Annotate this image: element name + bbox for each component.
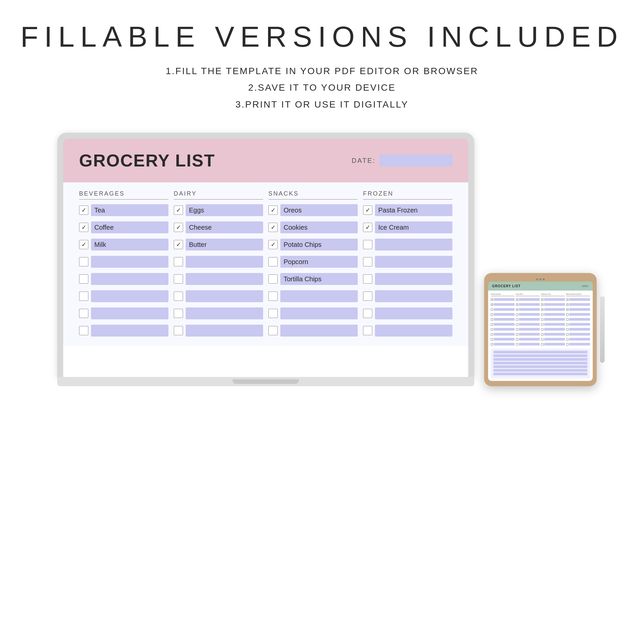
tablet-field xyxy=(494,343,515,345)
checkbox[interactable]: ✓ xyxy=(79,240,88,249)
checkbox[interactable]: ✓ xyxy=(363,223,372,232)
tablet-checkbox[interactable]: ✓ xyxy=(566,299,569,301)
tablet-checkbox[interactable] xyxy=(491,323,493,326)
item-field[interactable]: Tortilla Chips xyxy=(280,273,358,285)
checkbox[interactable]: ✓ xyxy=(174,206,183,215)
tablet-checkbox[interactable] xyxy=(541,318,543,321)
checkbox[interactable] xyxy=(79,274,88,284)
tablet-checkbox[interactable] xyxy=(491,318,493,321)
checkbox[interactable]: ✓ xyxy=(363,206,372,215)
tablet-field xyxy=(519,333,540,336)
item-field[interactable]: Pasta Frozen xyxy=(375,204,452,216)
checkbox[interactable] xyxy=(363,257,372,266)
item-field[interactable]: Ice Cream xyxy=(375,221,452,233)
item-field[interactable]: Eggs xyxy=(186,204,263,216)
tablet-checkbox[interactable]: ✓ xyxy=(516,308,518,311)
tablet-checkbox[interactable] xyxy=(541,328,543,331)
tablet-checkbox[interactable] xyxy=(491,313,493,316)
checkbox[interactable] xyxy=(174,257,183,266)
tablet-checkbox[interactable] xyxy=(516,333,518,336)
item-field[interactable]: Potato Chips xyxy=(280,239,358,251)
tablet-checkbox[interactable] xyxy=(516,343,518,345)
list-item xyxy=(79,306,168,321)
list-item: ✓Cheese xyxy=(174,220,263,235)
checkbox[interactable] xyxy=(268,274,278,284)
item-field[interactable]: Milk xyxy=(91,239,168,251)
tablet-checkbox[interactable] xyxy=(541,333,543,336)
tablet-list-item xyxy=(516,342,540,346)
tablet-checkbox[interactable] xyxy=(541,323,543,326)
item-field[interactable]: Cheese xyxy=(186,221,263,233)
checkbox[interactable] xyxy=(174,292,183,301)
tablet-checkbox[interactable] xyxy=(566,328,569,331)
tablet-checkbox[interactable] xyxy=(516,318,518,321)
item-field[interactable]: Popcorn xyxy=(280,256,358,268)
checkbox[interactable] xyxy=(363,274,372,284)
checkbox[interactable] xyxy=(79,309,88,318)
laptop-screen-outer: GROCERY LIST DATE: BEVERAGES DAIRY SNACK… xyxy=(57,133,474,377)
tablet-checkbox[interactable]: ✓ xyxy=(541,299,543,301)
checkbox[interactable] xyxy=(268,292,278,301)
checkbox[interactable] xyxy=(363,292,372,301)
checkbox[interactable]: ✓ xyxy=(174,240,183,249)
checkbox[interactable] xyxy=(174,326,183,335)
tablet-checkbox[interactable] xyxy=(516,323,518,326)
checkbox[interactable] xyxy=(268,309,278,318)
checkbox[interactable]: ✓ xyxy=(174,223,183,232)
checkbox[interactable] xyxy=(174,309,183,318)
tablet-checkbox[interactable] xyxy=(566,338,569,341)
laptop-base xyxy=(57,377,474,386)
list-item xyxy=(79,323,168,338)
tablet-checkbox[interactable] xyxy=(566,313,569,316)
tablet-checkbox[interactable]: ✓ xyxy=(491,299,493,301)
checkbox[interactable] xyxy=(363,240,372,249)
item-field[interactable]: Coffee xyxy=(91,221,168,233)
tablet-col-3: ✓ ✓ ✓ xyxy=(566,298,590,346)
checkbox[interactable] xyxy=(174,274,183,284)
tablet-checkbox[interactable]: ✓ xyxy=(541,308,543,311)
tablet-list-item: ✓ xyxy=(516,302,540,306)
checkbox[interactable] xyxy=(79,292,88,301)
tablet-checkbox[interactable]: ✓ xyxy=(566,308,569,311)
tablet-checkbox[interactable] xyxy=(491,338,493,341)
tablet-checkbox[interactable] xyxy=(491,308,493,311)
checkbox[interactable] xyxy=(363,326,372,335)
checkbox[interactable] xyxy=(79,326,88,335)
tablet-list-item: ✓ xyxy=(516,307,540,311)
date-input[interactable] xyxy=(380,155,452,166)
checkbox[interactable] xyxy=(363,309,372,318)
checkbox[interactable]: ✓ xyxy=(79,223,88,232)
tablet-checkbox[interactable] xyxy=(541,343,543,345)
tablet-checkbox[interactable] xyxy=(566,343,569,345)
checkbox[interactable]: ✓ xyxy=(268,223,278,232)
tablet-col-headers: Frozen Dairy Snacks Beverages xyxy=(491,293,590,296)
tablet-checkbox[interactable]: ✓ xyxy=(491,303,493,306)
item-field[interactable]: Cookies xyxy=(280,221,358,233)
tablet-checkbox[interactable] xyxy=(491,328,493,331)
tablet-list-item: ✓ xyxy=(491,298,515,301)
tablet-checkbox[interactable]: ✓ xyxy=(566,303,569,306)
checkbox[interactable]: ✓ xyxy=(79,206,88,215)
checkbox[interactable]: ✓ xyxy=(268,240,278,249)
checkbox[interactable]: ✓ xyxy=(268,206,278,215)
tablet-checkbox[interactable] xyxy=(566,323,569,326)
tablet-checkbox[interactable] xyxy=(516,338,518,341)
tablet-checkbox[interactable] xyxy=(566,318,569,321)
tablet-checkbox[interactable] xyxy=(491,343,493,345)
checkbox[interactable] xyxy=(79,257,88,266)
checkbox[interactable] xyxy=(268,257,278,266)
tablet-field xyxy=(519,298,540,301)
tablet-checkbox[interactable]: ✓ xyxy=(516,299,518,301)
item-field[interactable]: Butter xyxy=(186,239,263,251)
tablet-checkbox[interactable]: ✓ xyxy=(516,303,518,306)
tablet-checkbox[interactable]: ✓ xyxy=(541,303,543,306)
item-field[interactable]: Oreos xyxy=(280,204,358,216)
item-field[interactable]: Tea xyxy=(91,204,168,216)
checkbox[interactable] xyxy=(268,326,278,335)
tablet-checkbox[interactable] xyxy=(491,333,493,336)
tablet-checkbox[interactable] xyxy=(516,313,518,316)
tablet-checkbox[interactable] xyxy=(541,313,543,316)
tablet-checkbox[interactable] xyxy=(566,333,569,336)
tablet-checkbox[interactable] xyxy=(516,328,518,331)
tablet-checkbox[interactable] xyxy=(541,338,543,341)
